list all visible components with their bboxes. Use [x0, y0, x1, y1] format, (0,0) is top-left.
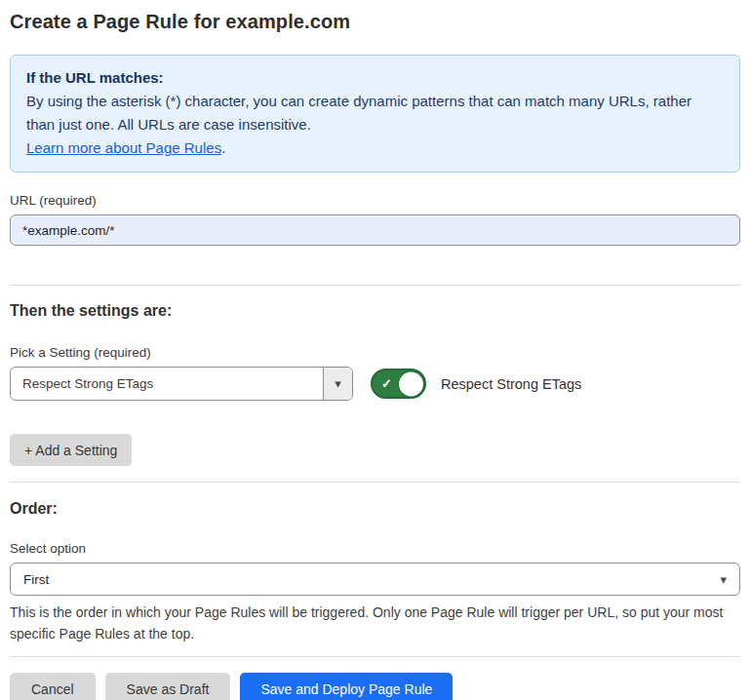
chevron-down-icon: ▾	[335, 377, 341, 390]
divider	[10, 656, 740, 657]
info-box-body: By using the asterisk (*) character, you…	[26, 90, 724, 136]
toggle-knob	[399, 371, 423, 396]
setting-select[interactable]: Respect Strong ETags ▾	[10, 367, 353, 401]
save-draft-button[interactable]: Save as Draft	[105, 673, 231, 700]
order-help-text: This is the order in which your Page Rul…	[10, 602, 740, 644]
order-select-value: First	[23, 572, 49, 587]
footer-actions: Cancel Save as Draft Save and Deploy Pag…	[10, 673, 740, 700]
learn-more-link[interactable]: Learn more about Page Rules	[26, 139, 221, 156]
url-match-info-box: If the URL matches: By using the asteris…	[10, 55, 740, 173]
order-select[interactable]: First ▾	[10, 563, 740, 596]
pick-setting-label: Pick a Setting (required)	[10, 345, 740, 360]
divider	[10, 285, 740, 286]
select-option-label: Select option	[10, 541, 740, 556]
settings-heading: Then the settings are:	[10, 302, 740, 320]
check-icon: ✓	[381, 376, 392, 391]
info-box-link-line: Learn more about Page Rules.	[26, 136, 724, 160]
info-box-heading: If the URL matches:	[26, 66, 724, 90]
url-label: URL (required)	[10, 193, 740, 208]
setting-select-value: Respect Strong ETags	[11, 368, 323, 400]
link-period: .	[221, 139, 225, 156]
page-title: Create a Page Rule for example.com	[10, 10, 740, 34]
setting-row: Respect Strong ETags ▾ ✓ Respect Strong …	[10, 367, 740, 401]
cancel-button[interactable]: Cancel	[10, 673, 96, 700]
chevron-down-icon: ▾	[720, 573, 727, 586]
save-deploy-button[interactable]: Save and Deploy Page Rule	[240, 673, 453, 700]
order-heading: Order:	[10, 500, 740, 518]
add-setting-button[interactable]: + Add a Setting	[10, 434, 132, 466]
setting-toggle[interactable]: ✓	[371, 369, 426, 399]
url-input[interactable]	[10, 214, 740, 246]
create-page-rule-dialog: Create a Page Rule for example.com If th…	[0, 0, 750, 700]
setting-select-arrow-button[interactable]: ▾	[323, 368, 352, 400]
divider	[10, 482, 740, 483]
setting-toggle-label: Respect Strong ETags	[441, 376, 581, 392]
